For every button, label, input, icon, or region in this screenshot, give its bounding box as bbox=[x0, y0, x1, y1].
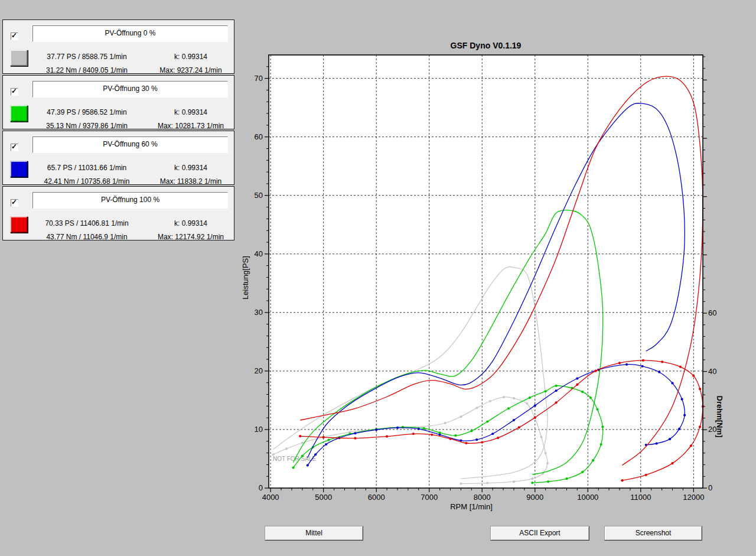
max-rpm-label: Max: 10281.73 1/min bbox=[144, 122, 238, 130]
svg-text:12000: 12000 bbox=[683, 493, 704, 502]
dataset-checkbox-3[interactable]: ✓ bbox=[11, 199, 18, 207]
svg-text:6000: 6000 bbox=[368, 493, 385, 502]
k-factor-label: k: 0.99314 bbox=[144, 219, 238, 227]
svg-text:30: 30 bbox=[255, 308, 263, 317]
peak-power-label: 37.77 PS / 8588.75 1/min bbox=[28, 53, 146, 61]
peak-power-label: 70.33 PS / 11406.81 1/min bbox=[28, 219, 146, 227]
dataset-panel-2: ✓ PV-Öffnung 60 % 65.7 PS / 11031.66 1/m… bbox=[2, 131, 234, 185]
svg-text:11000: 11000 bbox=[630, 493, 651, 502]
k-factor-label: k: 0.99314 bbox=[144, 164, 238, 172]
peak-torque-label: 42.41 Nm / 10735.68 1/min bbox=[28, 177, 146, 186]
svg-text:0: 0 bbox=[259, 483, 263, 492]
dataset-title-field-3[interactable]: PV-Öffnung 100 % bbox=[32, 192, 228, 209]
ascii-export-button[interactable]: ASCII Export bbox=[490, 526, 589, 541]
peak-torque-label: 31.22 Nm / 8409.05 1/min bbox=[28, 66, 146, 74]
curve-color-swatch-0[interactable] bbox=[10, 50, 28, 66]
dataset-title-field-1[interactable]: PV-Öffnung 30 % bbox=[32, 81, 228, 97]
svg-text:70: 70 bbox=[255, 74, 263, 83]
svg-text:7000: 7000 bbox=[421, 493, 438, 502]
peak-torque-label: 35.13 Nm / 9379.86 1/min bbox=[28, 122, 146, 130]
dataset-panel-0: ✓ PV-Öffnung 0 % 37.77 PS / 8588.75 1/mi… bbox=[2, 19, 234, 74]
gsf-dyno-window: ✓ PV-Öffnung 0 % 37.77 PS / 8588.75 1/mi… bbox=[0, 0, 756, 556]
dataset-panel-3: ✓ PV-Öffnung 100 % 70.33 PS / 11406.81 1… bbox=[2, 186, 234, 240]
svg-text:8000: 8000 bbox=[474, 493, 491, 502]
peak-power-label: 47.39 PS / 9586.52 1/min bbox=[28, 108, 146, 116]
svg-text:10: 10 bbox=[255, 425, 263, 434]
svg-text:4000: 4000 bbox=[262, 493, 279, 502]
k-factor-label: k: 0.99314 bbox=[144, 108, 238, 116]
k-factor-label: k: 0.99314 bbox=[144, 53, 238, 61]
svg-text:NOT FOR SALE: NOT FOR SALE bbox=[273, 456, 316, 462]
dataset-checkbox-0[interactable]: ✓ bbox=[11, 32, 18, 40]
max-rpm-label: Max: 11838.2 1/min bbox=[144, 177, 238, 186]
svg-text:5000: 5000 bbox=[315, 493, 332, 502]
dataset-checkbox-2[interactable]: ✓ bbox=[11, 144, 18, 151]
dataset-title-field-2[interactable]: PV-Öffnung 60 % bbox=[32, 136, 228, 153]
svg-text:60: 60 bbox=[708, 308, 716, 317]
dyno-chart: NOT FOR SALE4000500060007000800090001000… bbox=[239, 32, 756, 523]
mittel-button[interactable]: Mittel bbox=[265, 526, 363, 541]
svg-text:GSF Dyno V0.1.19: GSF Dyno V0.1.19 bbox=[451, 41, 522, 50]
svg-text:9000: 9000 bbox=[526, 493, 543, 502]
check-icon: ✓ bbox=[11, 31, 17, 40]
svg-text:0: 0 bbox=[708, 483, 712, 492]
svg-text:20: 20 bbox=[255, 366, 263, 375]
svg-text:40: 40 bbox=[255, 249, 263, 258]
check-icon: ✓ bbox=[11, 142, 17, 151]
dataset-checkbox-1[interactable]: ✓ bbox=[11, 88, 18, 96]
curve-color-swatch-3[interactable] bbox=[10, 216, 28, 233]
svg-text:40: 40 bbox=[708, 367, 716, 376]
check-icon: ✓ bbox=[11, 198, 17, 206]
check-icon: ✓ bbox=[11, 87, 17, 95]
max-rpm-label: Max: 12174.92 1/min bbox=[144, 233, 238, 241]
max-rpm-label: Max: 9237.24 1/min bbox=[144, 66, 238, 74]
peak-torque-label: 43.77 Nm / 11046.9 1/min bbox=[28, 233, 146, 241]
svg-text:60: 60 bbox=[255, 132, 263, 141]
svg-text:Leistung[PS]: Leistung[PS] bbox=[241, 256, 250, 300]
peak-power-label: 65.7 PS / 11031.66 1/min bbox=[28, 164, 146, 172]
dataset-title-field-0[interactable]: PV-Öffnung 0 % bbox=[32, 25, 228, 42]
curve-color-swatch-2[interactable] bbox=[10, 161, 28, 177]
svg-text:10000: 10000 bbox=[577, 493, 598, 502]
svg-text:RPM [1/min]: RPM [1/min] bbox=[450, 502, 493, 511]
curve-color-swatch-1[interactable] bbox=[10, 105, 28, 122]
screenshot-button[interactable]: Screenshot bbox=[604, 526, 702, 541]
svg-text:Drehm[Nm]: Drehm[Nm] bbox=[715, 396, 724, 438]
dataset-panel-1: ✓ PV-Öffnung 30 % 47.39 PS / 9586.52 1/m… bbox=[2, 75, 234, 129]
svg-text:50: 50 bbox=[255, 191, 263, 200]
